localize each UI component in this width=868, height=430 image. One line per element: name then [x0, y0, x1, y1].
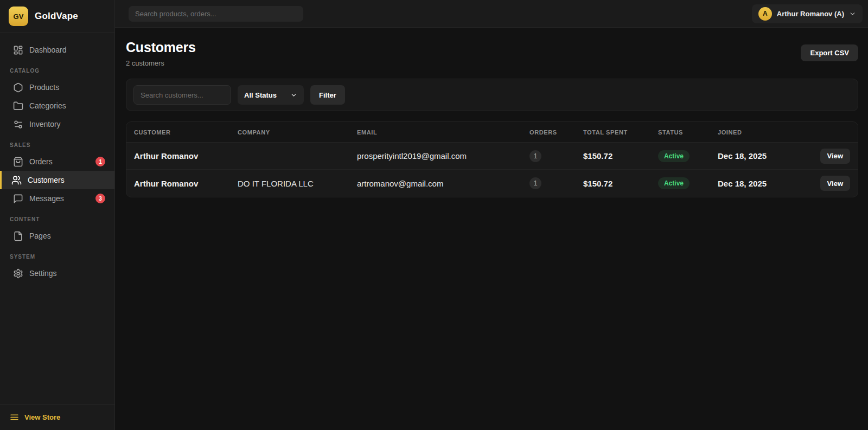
sliders-icon [13, 119, 23, 130]
sidebar-section-content: CONTENT [0, 216, 114, 222]
table-row: Arthur Romanov prosperityintl2019@gmail.… [126, 143, 858, 170]
page-header: Customers 2 customers Export CSV [126, 40, 858, 67]
sidebar-item-label: Products [29, 83, 59, 92]
customer-name: Arthur Romanov [134, 151, 238, 161]
sidebar: GV GoldVape Dashboard CATALOG Products [0, 0, 115, 430]
view-store-label: View Store [24, 413, 60, 421]
app-window: GV GoldVape Dashboard CATALOG Products [0, 0, 868, 430]
column-header-customer: CUSTOMER [134, 129, 238, 136]
page-content: Customers 2 customers Export CSV All Sta… [115, 28, 868, 197]
status-badge: Active [658, 177, 690, 189]
sidebar-item-label: Customers [28, 176, 65, 184]
chevron-down-icon [849, 10, 856, 17]
customer-email: artromanov@gmail.com [357, 179, 529, 188]
main-area: A Arthur Romanov (A) Customers 2 custome… [115, 0, 868, 430]
orders-count: 1 [529, 177, 541, 189]
view-customer-button[interactable]: View [820, 176, 850, 191]
joined-date: Dec 18, 2025 [718, 179, 794, 188]
sidebar-item-pages[interactable]: Pages [0, 227, 114, 245]
sidebar-section-sales: SALES [0, 142, 114, 148]
status-filter-value: All Status [244, 91, 277, 99]
gear-icon [13, 268, 23, 279]
hexagon-package-icon [13, 82, 23, 93]
sidebar-item-categories[interactable]: Categories [0, 97, 114, 115]
orders-count: 1 [529, 150, 541, 162]
joined-date: Dec 18, 2025 [718, 151, 794, 161]
brand-logo-icon: GV [9, 7, 28, 26]
folder-icon [13, 101, 23, 111]
brand-logo-row: GV GoldVape [0, 0, 114, 33]
customer-company: DO IT FLORIDA LLC [238, 179, 357, 188]
global-search-input[interactable] [129, 6, 303, 22]
message-square-icon [13, 194, 23, 204]
customer-name: Arthur Romanov [134, 179, 238, 188]
dashboard-icon [13, 45, 23, 55]
sidebar-item-inventory[interactable]: Inventory [0, 115, 114, 133]
sidebar-item-label: Categories [29, 101, 66, 110]
column-header-email: EMAIL [357, 129, 529, 136]
column-header-orders: ORDERS [529, 129, 583, 136]
topbar: A Arthur Romanov (A) [115, 0, 868, 28]
sidebar-section-system: SYSTEM [0, 254, 114, 260]
total-spent: $150.72 [583, 151, 658, 161]
sidebar-item-settings[interactable]: Settings [0, 264, 114, 283]
sidebar-item-label: Pages [29, 232, 51, 240]
customer-count: 2 customers [126, 59, 196, 67]
menu-icon [10, 413, 19, 422]
status-filter-select[interactable]: All Status [238, 85, 304, 105]
sidebar-item-label: Dashboard [29, 46, 67, 54]
status-badge: Active [658, 150, 690, 162]
view-customer-button[interactable]: View [820, 149, 850, 164]
filter-button[interactable]: Filter [310, 85, 345, 105]
sidebar-item-products[interactable]: Products [0, 78, 114, 97]
column-header-company: COMPANY [238, 129, 357, 136]
sidebar-item-dashboard[interactable]: Dashboard [0, 41, 114, 59]
chevron-down-icon [290, 92, 297, 99]
sidebar-item-label: Orders [29, 157, 53, 166]
customer-search-input[interactable] [133, 85, 231, 105]
sidebar-item-orders[interactable]: Orders 1 [0, 152, 114, 171]
table-header-row: CUSTOMER COMPANY EMAIL ORDERS TOTAL SPEN… [126, 122, 858, 143]
orders-count-badge: 1 [95, 157, 105, 166]
total-spent: $150.72 [583, 179, 658, 188]
users-icon [11, 175, 22, 185]
sidebar-item-label: Settings [29, 269, 57, 278]
sidebar-item-customers[interactable]: Customers [0, 171, 114, 189]
customers-table: CUSTOMER COMPANY EMAIL ORDERS TOTAL SPEN… [126, 121, 858, 197]
sidebar-item-messages[interactable]: Messages 3 [0, 189, 114, 208]
page-title: Customers [126, 40, 196, 55]
messages-count-badge: 3 [95, 194, 105, 203]
column-header-joined: JOINED [718, 129, 794, 136]
avatar: A [758, 7, 772, 21]
file-icon [13, 231, 23, 241]
export-csv-button[interactable]: Export CSV [801, 44, 858, 61]
sidebar-nav: Dashboard CATALOG Products Categories In [0, 33, 114, 283]
column-header-total-spent: TOTAL SPENT [583, 129, 658, 136]
customer-email: prosperityintl2019@gmail.com [357, 151, 529, 161]
page-header-text: Customers 2 customers [126, 40, 196, 67]
shopping-bag-icon [13, 157, 23, 167]
view-store-link[interactable]: View Store [0, 404, 114, 430]
sidebar-section-catalog: CATALOG [0, 68, 114, 74]
filter-bar: All Status Filter [126, 79, 858, 111]
brand-name: GoldVape [35, 11, 78, 22]
sidebar-item-label: Messages [29, 194, 64, 203]
sidebar-item-label: Inventory [29, 120, 61, 129]
column-header-status: STATUS [658, 129, 718, 136]
table-row: Arthur Romanov DO IT FLORIDA LLC artroma… [126, 170, 858, 197]
user-name: Arthur Romanov (A) [777, 10, 844, 18]
user-menu[interactable]: A Arthur Romanov (A) [752, 4, 863, 23]
